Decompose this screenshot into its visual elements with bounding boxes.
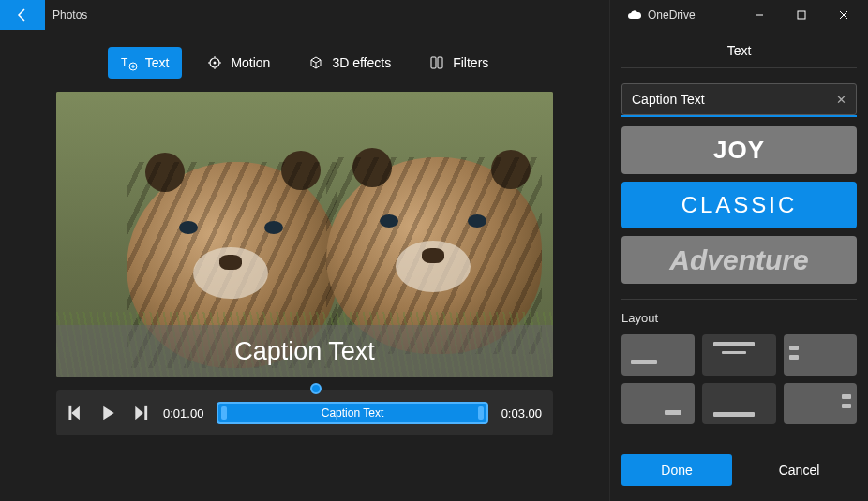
tab-3d-effects-label: 3D effects (332, 55, 391, 70)
arrow-left-icon (15, 7, 30, 22)
text-clip[interactable]: Caption Text (217, 402, 487, 424)
tab-motion-label: Motion (231, 55, 270, 70)
tab-text[interactable]: T Text (108, 47, 183, 79)
maximize-icon (797, 10, 806, 20)
clear-input-button[interactable]: ✕ (836, 93, 846, 107)
next-frame-button[interactable] (131, 404, 150, 422)
style-option-joy[interactable]: JOY (621, 126, 857, 174)
maximize-button[interactable] (780, 0, 822, 30)
cloud-indicator: OneDrive (627, 8, 696, 22)
layout-option-5[interactable] (702, 383, 775, 424)
effects-3d-icon (307, 54, 324, 71)
layout-option-3[interactable] (784, 334, 857, 376)
clip-handle-left[interactable] (221, 406, 227, 420)
tab-3d-effects[interactable]: 3D effects (294, 47, 404, 79)
minimize-icon (755, 10, 764, 20)
svg-rect-5 (438, 57, 442, 68)
layout-option-2[interactable] (702, 334, 775, 376)
editor-toolbar: T Text Motion 3D effects Filters (0, 30, 609, 92)
end-time: 0:03.00 (501, 406, 542, 420)
play-button[interactable] (99, 404, 118, 422)
svg-rect-8 (798, 11, 805, 19)
layout-section-label: Layout (621, 311, 857, 325)
video-preview[interactable]: Caption Text (56, 92, 553, 377)
tab-text-label: Text (145, 55, 170, 70)
filters-icon (428, 54, 445, 71)
svg-point-3 (214, 62, 217, 65)
current-time: 0:01.00 (163, 406, 203, 420)
svg-rect-4 (431, 57, 436, 68)
tab-filters-label: Filters (453, 55, 488, 70)
motion-icon (206, 54, 223, 71)
caption-text-input[interactable] (632, 92, 836, 107)
tab-motion[interactable]: Motion (193, 47, 283, 79)
prev-frame-button[interactable] (67, 404, 86, 422)
playhead[interactable] (315, 383, 317, 394)
svg-text:T: T (121, 56, 128, 69)
clip-handle-right[interactable] (478, 406, 484, 420)
close-icon (839, 10, 848, 20)
done-button[interactable]: Done (621, 454, 732, 486)
style-option-classic[interactable]: CLASSIC (621, 182, 857, 229)
timeline-track[interactable]: Caption Text (217, 400, 487, 426)
layout-option-1[interactable] (621, 334, 695, 376)
cloud-icon (627, 10, 642, 20)
caption-overlay: Caption Text (56, 325, 553, 377)
close-button[interactable] (822, 0, 864, 30)
cancel-button[interactable]: Cancel (741, 463, 857, 478)
cloud-label: OneDrive (648, 8, 696, 22)
layout-option-6[interactable] (784, 383, 857, 424)
clip-label: Caption Text (322, 406, 384, 420)
svg-rect-7 (144, 406, 147, 420)
minimize-button[interactable] (738, 0, 780, 30)
layout-option-4[interactable] (621, 383, 695, 424)
back-button[interactable] (0, 0, 45, 30)
layout-options (621, 334, 857, 424)
caption-input-row: ✕ (621, 83, 857, 115)
text-icon: T (121, 54, 138, 71)
tab-filters[interactable]: Filters (415, 47, 501, 79)
playback-controls: 0:01.00 Caption Text 0:03.00 (56, 390, 553, 435)
style-option-adventure[interactable]: Adventure (621, 236, 857, 284)
app-title: Photos (52, 8, 87, 22)
panel-title: Text (621, 30, 857, 68)
text-style-list: JOY CLASSIC Adventure (621, 126, 857, 284)
svg-rect-6 (68, 406, 71, 420)
